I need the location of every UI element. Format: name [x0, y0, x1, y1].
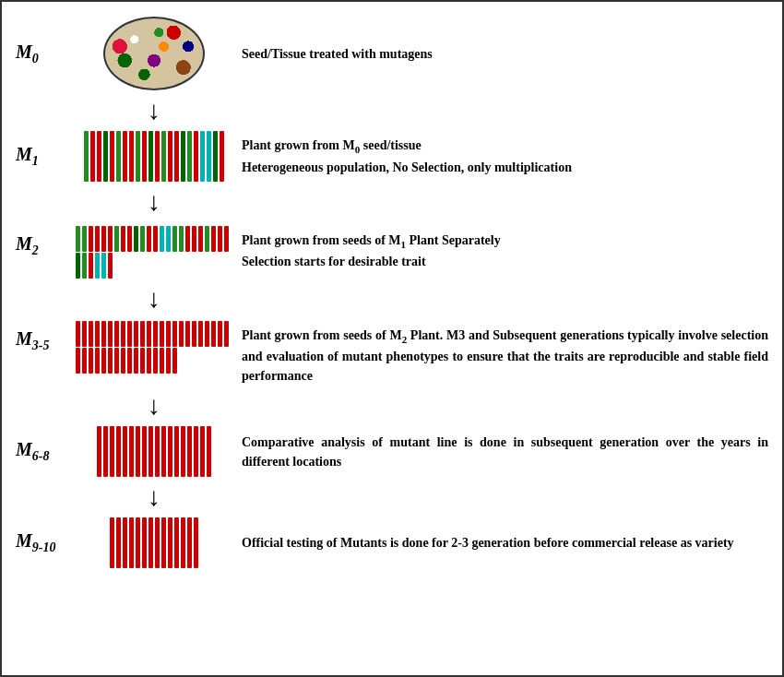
- desc-m35: Plant grown from seeds of M2 Plant. M3 a…: [242, 321, 768, 386]
- visual-m68: [76, 426, 232, 477]
- bars-m35: [76, 321, 232, 374]
- bars-m2: [76, 226, 232, 279]
- desc-m68: Comparative analysis of mutant line is d…: [242, 433, 768, 471]
- arrow-visual-4: ↓: [76, 393, 232, 419]
- row-m0: M0 Seed/Tissue treated with mutagens: [16, 11, 768, 96]
- row-m2: M2: [16, 217, 768, 284]
- visual-m910: [76, 517, 232, 568]
- down-arrow-5: ↓: [148, 484, 160, 510]
- bars-m910: [110, 517, 198, 568]
- label-m35: M3-5: [16, 321, 66, 353]
- arrow-visual-2: ↓: [76, 189, 232, 215]
- desc-m1: Plant grown from M0 seed/tissueHeterogen…: [242, 136, 768, 176]
- down-arrow-2: ↓: [148, 189, 160, 215]
- down-arrow-3: ↓: [148, 286, 160, 312]
- visual-m0: [76, 17, 232, 90]
- label-m2: M2: [16, 226, 66, 258]
- row-m910: M9-10 Official testing of Mutants: [16, 512, 768, 574]
- desc-m910: Official testing of Mutants is done for …: [242, 533, 768, 552]
- desc-m2: Plant grown from seeds of M1 Plant Separ…: [242, 226, 768, 271]
- arrow-3: ↓: [16, 284, 768, 314]
- arrow-2: ↓: [16, 187, 768, 217]
- visual-m1: [76, 131, 232, 182]
- down-arrow-1: ↓: [148, 98, 160, 124]
- bars-m1: [84, 131, 224, 182]
- visual-m35: [76, 321, 232, 374]
- label-m0: M0: [16, 42, 66, 66]
- bars-m68: [97, 426, 211, 477]
- row-m1: M1: [16, 125, 768, 187]
- mutation-breeding-diagram: M0 Seed/Tissue treated with mutagens ↓ M…: [16, 11, 768, 574]
- arrow-4: ↓: [16, 391, 768, 421]
- seed-image: [103, 17, 205, 90]
- arrow-visual-3: ↓: [76, 286, 232, 312]
- arrow-1: ↓: [16, 96, 768, 125]
- label-m910: M9-10: [16, 530, 66, 555]
- arrow-5: ↓: [16, 482, 768, 512]
- label-m68: M6-8: [16, 439, 66, 464]
- row-m35: M3-5: [16, 314, 768, 391]
- down-arrow-4: ↓: [148, 393, 160, 419]
- arrow-visual-5: ↓: [76, 484, 232, 510]
- row-m68: M6-8: [16, 421, 768, 482]
- label-m1: M1: [16, 144, 66, 169]
- arrow-visual-1: ↓: [76, 98, 232, 124]
- visual-m2: [76, 226, 232, 279]
- desc-m0: Seed/Tissue treated with mutagens: [242, 44, 768, 64]
